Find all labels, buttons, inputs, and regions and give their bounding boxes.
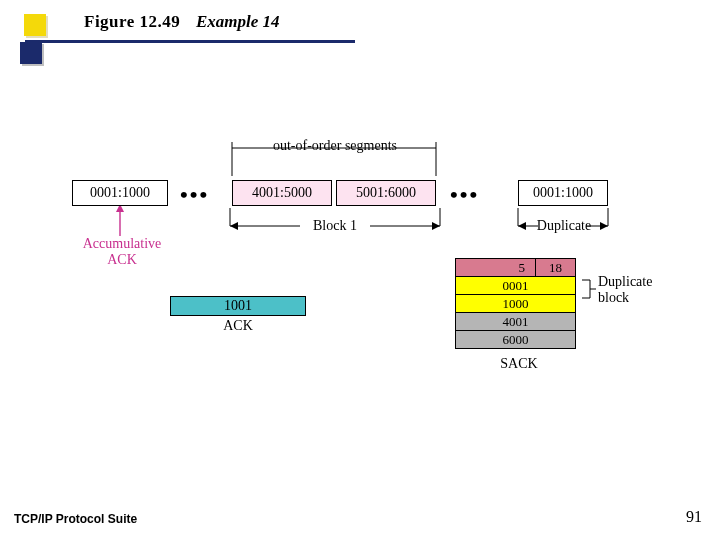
sack-header-right: 18 xyxy=(536,259,576,277)
ellipsis-2: ••• xyxy=(450,182,479,208)
sack-row-1: 1000 xyxy=(456,295,576,313)
sack-row-3: 6000 xyxy=(456,331,576,349)
diagram: out-of-order segments 0001:1000 ••• 4001… xyxy=(0,140,720,440)
accumulative-ack-label-2: ACK xyxy=(74,252,170,268)
duplicate-block-label-1: Duplicate xyxy=(598,274,668,290)
svg-marker-10 xyxy=(432,222,440,230)
svg-marker-9 xyxy=(230,222,238,230)
out-of-order-label: out-of-order segments xyxy=(270,138,400,154)
yellow-square xyxy=(24,14,46,36)
sack-header-left: 5 xyxy=(456,259,536,277)
segment-4001-5000: 4001:5000 xyxy=(232,180,332,206)
sack-label: SACK xyxy=(494,356,544,372)
sack-table: 5 18 0001 1000 4001 6000 xyxy=(455,258,576,349)
title-underline xyxy=(25,40,355,43)
figure-number: Figure 12.49 xyxy=(84,12,180,32)
navy-square xyxy=(20,42,42,64)
segment-5001-6000: 5001:6000 xyxy=(336,180,436,206)
duplicate-block-label-2: block xyxy=(598,290,668,306)
segment-duplicate-0001-1000: 0001:1000 xyxy=(518,180,608,206)
figure-title: Example 14 xyxy=(196,12,280,32)
svg-marker-16 xyxy=(600,222,608,230)
block1-label: Block 1 xyxy=(304,218,366,234)
footer-book-title: TCP/IP Protocol Suite xyxy=(14,512,137,526)
duplicate-label: Duplicate xyxy=(536,218,592,234)
sack-row-0: 0001 xyxy=(456,277,576,295)
ellipsis-1: ••• xyxy=(180,182,209,208)
svg-marker-15 xyxy=(518,222,526,230)
ack-value-box: 1001 xyxy=(170,296,306,316)
footer-page-number: 91 xyxy=(686,508,702,526)
accumulative-ack-label-1: Accumulative xyxy=(74,236,170,252)
segment-0001-1000: 0001:1000 xyxy=(72,180,168,206)
ack-label: ACK xyxy=(218,318,258,334)
sack-row-2: 4001 xyxy=(456,313,576,331)
